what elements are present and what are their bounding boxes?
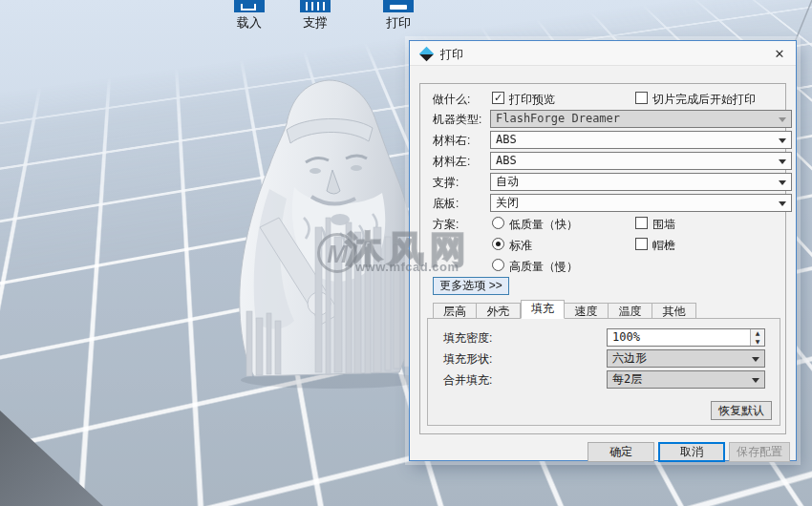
model-figurine[interactable]: [227, 74, 430, 391]
tab-shell[interactable]: 外壳: [477, 303, 521, 319]
tab-layer-height[interactable]: 层高: [433, 303, 477, 319]
radio-low-quality[interactable]: [492, 217, 504, 229]
chevron-down-icon: [779, 117, 786, 122]
combine-infill-select[interactable]: 每2层: [607, 370, 765, 389]
fill-density-spinner[interactable]: 100% ▲ ▼: [607, 328, 765, 347]
app-diamond-icon: [419, 47, 435, 62]
checkbox-print-preview-label[interactable]: 打印预览: [509, 92, 555, 107]
radio-standard-label[interactable]: 标准: [509, 238, 532, 253]
checkbox-wall[interactable]: [635, 217, 648, 229]
more-options-button[interactable]: 更多选项 >>: [433, 277, 509, 295]
settings-tabbar: 层高 外壳 填充 速度 温度 其他: [433, 300, 696, 319]
tab-speed[interactable]: 速度: [565, 303, 609, 319]
dialog-title: 打印: [440, 47, 463, 63]
checkbox-brim-label[interactable]: 帽檐: [652, 238, 675, 253]
load-icon: [234, 0, 265, 12]
checkbox-wall-label[interactable]: 围墙: [652, 217, 675, 232]
checkbox-print-after-slice[interactable]: [635, 92, 648, 104]
what-label: 做什么:: [433, 92, 470, 107]
combine-infill-label: 合并填充:: [443, 372, 492, 388]
fill-pattern-label: 填充形状:: [443, 351, 492, 367]
chevron-down-icon: [779, 138, 786, 143]
machine-type-label: 机器类型:: [433, 112, 481, 127]
spinner-arrows[interactable]: ▲ ▼: [750, 329, 764, 346]
material-right-label: 材料右:: [433, 133, 470, 148]
radio-low-quality-label[interactable]: 低质量（快）: [509, 217, 578, 232]
fill-density-label: 填充密度:: [443, 330, 492, 346]
checkbox-print-preview[interactable]: ✓: [492, 92, 504, 104]
toolbar-label-load: 载入: [221, 14, 278, 32]
radio-high-quality[interactable]: [492, 259, 504, 271]
tab-others[interactable]: 其他: [652, 303, 696, 319]
support-label: 支撑:: [433, 175, 459, 190]
support-select[interactable]: 自动: [490, 173, 792, 191]
checkbox-print-after-slice-label[interactable]: 切片完成后开始打印: [652, 92, 756, 107]
tab-infill[interactable]: 填充: [521, 300, 565, 319]
app-window: 载入 支撑 打印: [0, 0, 812, 506]
spin-down-icon[interactable]: ▼: [751, 338, 764, 347]
raft-select[interactable]: 关闭: [490, 194, 792, 212]
restore-defaults-button[interactable]: 恢复默认: [711, 401, 772, 420]
scheme-label: 方案:: [433, 217, 459, 232]
close-icon[interactable]: ✕: [769, 45, 790, 63]
cancel-button[interactable]: 取消: [658, 442, 725, 462]
dialog-titlebar[interactable]: 打印 ✕: [410, 41, 796, 66]
spin-up-icon[interactable]: ▲: [751, 329, 764, 338]
print-dialog: 打印 ✕ 做什么: ✓ 打印预览 切片完成后开始打印 机器类型: FlashFo…: [409, 40, 797, 461]
material-left-label: 材料左:: [433, 154, 470, 169]
material-left-select[interactable]: ABS: [490, 152, 792, 170]
checkbox-brim[interactable]: [635, 238, 648, 250]
radio-standard[interactable]: [492, 238, 504, 250]
chevron-down-icon: [779, 159, 786, 164]
ok-button[interactable]: 确定: [588, 442, 654, 462]
chevron-down-icon: [752, 378, 759, 383]
chevron-down-icon: [779, 180, 786, 185]
infill-panel: 填充密度: 100% ▲ ▼ 填充形状: 六边形 合并填充: 每2层 恢复默认: [427, 318, 780, 426]
chevron-down-icon: [779, 201, 786, 206]
toolbar-label-print: 打印: [370, 14, 427, 32]
tab-temperature[interactable]: 温度: [609, 303, 652, 319]
chevron-down-icon: [752, 357, 759, 362]
radio-high-quality-label[interactable]: 高质量（慢）: [509, 259, 578, 274]
print-icon: [383, 0, 414, 12]
save-config-button: 保存配置: [729, 442, 790, 462]
support-icon: [300, 0, 331, 12]
material-right-select[interactable]: ABS: [490, 131, 792, 149]
toolbar-label-support: 支撑: [287, 14, 344, 32]
machine-type-select: FlashForge Dreamer: [490, 110, 792, 128]
fill-pattern-select[interactable]: 六边形: [607, 349, 765, 368]
raft-label: 底板:: [433, 196, 459, 211]
